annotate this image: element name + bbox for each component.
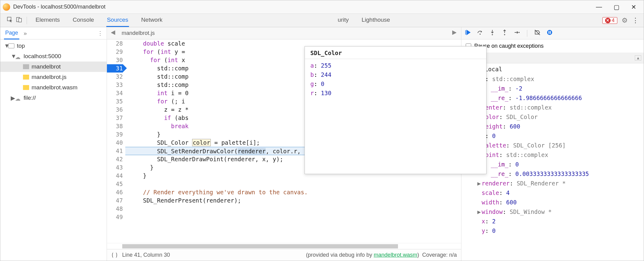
inspect-element-icon[interactable]	[5, 17, 14, 24]
close-button[interactable]: ✕	[631, 3, 636, 11]
scope-scroll-up-icon[interactable]: ▲	[635, 55, 641, 61]
svg-point-6	[519, 32, 520, 33]
devtools-favicon	[3, 3, 10, 11]
horizontal-scrollbar[interactable]	[107, 243, 461, 249]
step-over-icon[interactable]	[477, 29, 483, 37]
pause-exceptions-icon[interactable]	[546, 29, 553, 37]
file-tree: ▼ top ▼ localhost:5000 mandelbrot mandel…	[0, 39, 107, 104]
separator	[27, 17, 27, 24]
tab-lighthouse[interactable]: Lighthouse	[361, 14, 391, 27]
deactivate-breakpoints-icon[interactable]	[534, 29, 541, 37]
error-badge[interactable]: ✕ 4	[602, 17, 617, 24]
separator	[527, 30, 527, 37]
page-tab[interactable]: Page	[4, 27, 19, 39]
maximize-button[interactable]: ▢	[614, 3, 619, 11]
step-out-icon[interactable]	[501, 29, 508, 37]
tree-file-mandelbrot-js[interactable]: mandelbrot.js	[0, 72, 107, 82]
tooltip-title: SDL_Color	[305, 47, 486, 59]
tab-elements[interactable]: Elements	[35, 14, 60, 27]
tab-console[interactable]: Console	[72, 14, 95, 27]
navigator-tabs: Page » ⋮	[0, 27, 107, 39]
debugger-panel: Pause on caught exceptions ▼Scope ▲ ▼L L…	[461, 27, 644, 261]
sources-navigator: Page » ⋮ ▼ top ▼ localhost:5000 mandelbr…	[0, 27, 107, 261]
kebab-menu-icon[interactable]: ⋮	[632, 17, 639, 24]
resume-icon[interactable]	[464, 29, 471, 37]
pretty-print-icon[interactable]: { }	[111, 252, 118, 258]
window-controls: ― ▢ ✕	[596, 3, 641, 11]
editor-statusbar: { } Line 41, Column 30 (provided via deb…	[107, 249, 461, 261]
svg-rect-2	[19, 18, 21, 22]
svg-point-3	[479, 34, 481, 35]
panel-tabs: Elements Console Sources Network urity L…	[35, 14, 391, 27]
tab-security-partial[interactable]: urity	[337, 14, 349, 27]
tree-file-mandelbrot-wasm[interactable]: mandelbrot.wasm	[0, 82, 107, 93]
tab-sources[interactable]: Sources	[106, 14, 129, 27]
cursor-position: Line 41, Column 30	[122, 252, 170, 258]
devtools-tabbar: Elements Console Sources Network urity L…	[0, 14, 644, 27]
svg-point-7	[547, 30, 552, 35]
svg-rect-8	[548, 31, 549, 34]
editor-tab[interactable]: mandelbrot.js	[117, 28, 159, 38]
settings-gear-icon[interactable]: ⚙	[622, 17, 628, 24]
error-count: 4	[612, 17, 615, 24]
svg-rect-9	[550, 31, 551, 34]
minimize-button[interactable]: ―	[596, 3, 602, 11]
scope-variables[interactable]: ▼L Local▼c: std::complex__im_: -2__re_: …	[461, 63, 644, 261]
value-tooltip: SDL_Color a: 255b: 244g: 0r: 130	[305, 46, 487, 174]
step-icon[interactable]	[513, 29, 520, 37]
error-icon: ✕	[605, 18, 611, 23]
window-titlebar: DevTools - localhost:5000/mandelbrot ― ▢…	[0, 0, 644, 14]
tab-network[interactable]: Network	[141, 14, 163, 27]
navigator-menu-icon[interactable]: ⋮	[97, 30, 103, 37]
tree-top[interactable]: ▼ top	[0, 41, 107, 51]
tree-file-scheme[interactable]: ▶ file://	[0, 93, 107, 103]
editor-tabbar: ⯇ mandelbrot.js ⯈	[107, 27, 461, 39]
debugger-toolbar	[461, 27, 644, 39]
source-panel: ⯇ mandelbrot.js ⯈ 2829303132333435363738…	[107, 27, 461, 261]
nav-fwd-icon[interactable]: ⯈	[452, 30, 457, 36]
scope-header[interactable]: ▼Scope ▲	[461, 53, 644, 63]
line-gutter[interactable]: 2829303132333435363738394041424344454647…	[107, 39, 125, 243]
svg-point-4	[492, 34, 493, 35]
step-into-icon[interactable]	[489, 29, 496, 37]
svg-point-5	[504, 34, 505, 35]
coverage-label: Coverage: n/a	[422, 252, 457, 258]
device-toolbar-icon[interactable]	[14, 17, 24, 24]
pause-on-caught-row[interactable]: Pause on caught exceptions	[461, 39, 644, 53]
window-title: DevTools - localhost:5000/mandelbrot	[13, 4, 105, 10]
more-tabs-icon[interactable]: »	[24, 30, 27, 37]
tooltip-body: a: 255b: 244g: 0r: 130	[305, 59, 486, 99]
tree-file-mandelbrot[interactable]: mandelbrot	[0, 62, 107, 72]
tree-host[interactable]: ▼ localhost:5000	[0, 51, 107, 62]
debuginfo-link[interactable]: mandelbrot.wasm	[374, 252, 417, 258]
nav-back-icon[interactable]: ⯇	[111, 30, 116, 36]
